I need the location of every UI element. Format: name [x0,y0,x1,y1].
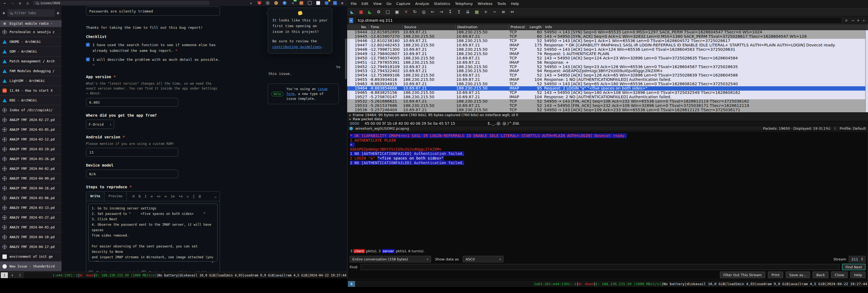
packet-bytes-pane[interactable]: 0000 45 00 00 5f 1b c8 40 00 40 06 29 5e… [347,121,868,126]
column-header[interactable]: No. [347,24,369,30]
profile[interactable]: Profile: Default [840,126,866,130]
filter-tabs-input[interactable]: Filter tabs [7,9,55,17]
zoom-in-icon[interactable]: + [484,9,488,14]
monkey-extension-icon[interactable] [274,1,278,5]
packet-row[interactable]: 19448-12.79987130010.69.87.21188.230.215… [347,48,868,52]
packet-row[interactable]: 19532-5.26168662110.69.87.21188.230.215.… [347,99,868,104]
steps-textarea[interactable]: 1. Go to incoming server settings 2. Set… [88,203,218,262]
add-filter-button[interactable]: + [862,19,866,23]
sidebar-tab[interactable]: Patch management / Arch [0,56,62,66]
italic-icon[interactable]: I [145,195,147,198]
sidebar-panel-icon[interactable] [316,1,320,5]
resize-handle-icon[interactable]: ◢ [212,260,213,263]
menu-tools[interactable]: Tools [495,2,508,6]
sidebar-tab[interactable]: ANA2P FMF 2024-03-05.pd [0,124,62,134]
heading-icon[interactable]: H [133,195,134,198]
tab-write[interactable]: Write [86,192,104,201]
clear-filter-icon[interactable]: ✕ [844,19,849,23]
sidebar-tab[interactable]: Index of /dir/zapiski/ [0,105,62,115]
packet-row[interactable]: 19527-5.270870147188.230.215.5010.69.87.… [347,95,868,99]
zoom-out-icon[interactable]: − [493,9,496,14]
attach-icon[interactable]: ʃ [193,195,194,198]
packet-row[interactable]: 19455-8.893934016188.230.215.5010.69.87.… [347,78,868,82]
contributing-guidelines-link[interactable]: contributing guidelines [272,45,321,49]
packet-row[interactable]: 19445-12.815807270188.230.215.5010.69.87… [347,34,868,39]
numbered-list-icon[interactable]: 1≡ [170,195,175,198]
packet-row[interactable]: 19444-12.81585289510.69.87.21188.230.215… [347,30,868,34]
bold-icon[interactable]: B [138,195,141,198]
conversation-select[interactable]: Entire conversation (338 bytes)▾ [350,256,431,262]
vimium-icon[interactable]: V [283,1,286,5]
expander-icon[interactable]: ▸ [349,113,351,117]
pointer-extension-icon[interactable]: ↖on [291,1,295,5]
sidebar-tab[interactable]: ANA2V FMF 2024-04-03.pd [0,222,62,232]
packet-row[interactable]: 19464-8.88385466810.69.87.21188.230.215.… [347,86,868,91]
save-as-button[interactable]: Save as... [786,271,810,278]
close-file-icon[interactable]: ✕ [404,9,408,14]
app-version-input[interactable]: 6.802 [86,98,178,107]
go-back-icon[interactable]: ← [431,9,434,14]
wf-extension-icon[interactable]: W/F [300,1,303,5]
back-button[interactable]: Back [813,271,828,278]
packet-row[interactable]: 19446-12.81023816010.69.87.21188.230.215… [347,39,868,43]
column-header[interactable]: Length [526,24,544,30]
spinner-arrows-icon[interactable]: ▲▼ [862,257,863,261]
packet-row[interactable]: 19463-8.88393481510.69.87.21188.230.215.… [347,82,868,86]
sidebar-tab[interactable]: Poročevalec o sesutju z [0,27,62,37]
zoom-reset-icon[interactable]: ≡ [501,9,505,14]
stop-capture-icon[interactable]: ■ [359,9,363,14]
resize-columns-icon[interactable]: ↔ [510,9,514,14]
workspace-button[interactable]: 4 [9,272,16,278]
column-header[interactable]: Protocol [509,24,526,30]
sidebar-tab[interactable]: ANA2V FMF 2024-04-17.pd [0,242,62,252]
column-header[interactable]: Source [403,24,456,30]
menu-edit[interactable]: Edit [359,2,371,6]
ublock-origin-icon[interactable]: u30 [257,1,261,5]
workspace-button[interactable]: 5 [17,272,24,278]
new-tab-button[interactable]: + [2,10,5,16]
sidebar-tab[interactable]: ANA2P FMF 2024-04-02.pd [0,164,62,173]
stream-spinner[interactable]: 211 ▲▼ [849,256,866,262]
translate-extension-icon[interactable]: A [333,1,337,5]
packet-row[interactable]: 19452-12.79491810910.69.87.21188.230.215… [347,65,868,69]
packet-row[interactable]: 19465-8.883825156188.230.215.5010.69.87.… [347,91,868,95]
url-bar[interactable]: issues/3926 [33,1,209,5]
reload-icon[interactable]: ↻ [18,1,22,5]
menu-statistics[interactable]: Statistics [432,2,453,6]
find-next-button[interactable]: Find Next [842,264,866,270]
capture-file-icon[interactable] [349,127,353,130]
blue-badge-extension-icon[interactable]: 3 [325,1,329,5]
save-file-icon[interactable]: ▣ [395,9,399,14]
sidebar-tab[interactable]: GNOME - ArchWiki [0,37,62,47]
quote-icon[interactable]: ≡ [151,195,152,198]
encoding-select[interactable]: ASCII▾ [463,256,503,262]
menu-help[interactable]: Help [508,2,521,6]
capture-options-icon[interactable]: ⚙ [377,9,380,14]
device-model-input[interactable]: N/A [86,170,178,178]
sidebar-tab[interactable]: ANA2V FMF 2024-03-27.pd [0,212,62,222]
go-to-packet-icon[interactable]: ↧ [448,9,452,14]
go-forward-icon[interactable]: → [440,9,443,14]
go-top-icon[interactable]: ↥ [457,9,461,14]
menu-telephony[interactable]: Telephony [453,2,475,6]
packet-row[interactable]: 19533-5.261537686188.230.215.5010.69.87.… [347,104,868,108]
sidebar-tab[interactable]: ANA2P FMF 2024-04-16.pd [0,183,62,193]
sidebar-tab[interactable]: ANA2V FMF 2024-03-13.pd [0,203,62,212]
column-header[interactable]: Time [369,24,403,30]
raw-packet-data[interactable]: Raw packet data [353,117,382,121]
sidebar-tab[interactable]: ANA2P FMF 2024-02-27.pd [0,115,62,124]
stream-content[interactable]: * OK [CAPABILITY IMAP4rev1 SASL-IR LOGIN… [348,132,867,252]
sidebar-tab[interactable]: New Issue · thunderbird [0,261,62,271]
page-scrollbar[interactable] [345,38,347,79]
packet-row[interactable]: 19450-12.798374005188.230.215.5010.69.87… [347,56,868,60]
menu-icon[interactable]: ≡ [340,1,344,5]
frame-summary[interactable]: Frame 19464: 95 bytes on wire (760 bits)… [353,113,518,117]
sidebar-tab[interactable]: ANA2P FMF 2024-03-12.pd [0,134,62,144]
filter-bookmark-icon[interactable]: ▾ [349,18,353,23]
packet-row[interactable]: 19454-12.753689106188.230.215.5010.69.87… [347,73,868,78]
sidebar-tab[interactable]: ANA2P FMF 2024-04-09.pd [0,173,62,183]
filter-dropdown-icon[interactable]: ▾ [857,19,860,23]
sidebar-tab[interactable]: GDM - ArchWiki [0,47,62,56]
column-header[interactable]: Destination [456,24,509,30]
close-button[interactable]: Close [831,271,848,278]
